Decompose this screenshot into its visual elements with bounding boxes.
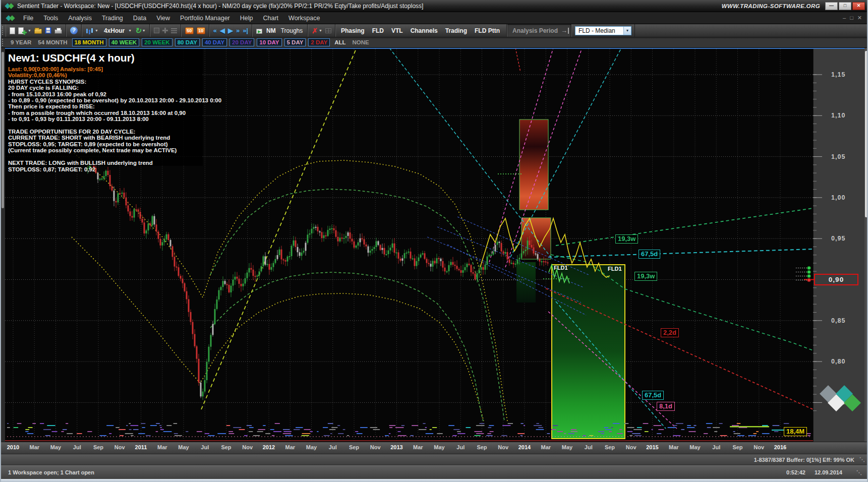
mdi-minimize-icon[interactable]: – <box>843 15 846 21</box>
timeframe-18-month[interactable]: 18 MONTH <box>72 38 106 46</box>
nav-prev-button[interactable]: ◀ <box>218 27 226 34</box>
menu-item-analysis[interactable]: Analysis <box>63 13 97 23</box>
date-tick-label: Sep <box>215 444 238 450</box>
fld-median-combobox[interactable]: FLD - Median ▼ <box>575 26 631 35</box>
menu-item-chart[interactable]: Chart <box>258 13 283 23</box>
close-button[interactable]: ✕ <box>852 2 865 10</box>
help-button[interactable]: ? <box>69 26 79 35</box>
menu-item-view[interactable]: View <box>151 13 175 23</box>
channels-dropdown[interactable]: Channels <box>408 26 442 35</box>
date-tick-label: May <box>556 444 578 450</box>
date-tick-label: Mar <box>663 444 685 450</box>
nm-label[interactable]: NM <box>264 27 278 34</box>
analysis-line: - from 15.10.2013 16:00 peak of 0,92 <box>8 91 220 97</box>
date-tick-label: Nov <box>492 444 514 450</box>
analysis-line: Last: 0,90[0:00:00] Analysis: [0:45] <box>8 66 220 72</box>
date-tick-label: Jul <box>449 444 472 450</box>
delete-analysis-button[interactable]: ✗▼ <box>310 26 324 35</box>
timeframe-none[interactable]: NONE <box>351 39 371 46</box>
maximize-button[interactable]: □ <box>839 2 851 10</box>
bar-chart-icon <box>86 29 88 33</box>
plus-icon <box>22 30 27 35</box>
cycle-label-19-3w: 19,3w <box>615 234 638 244</box>
toolbar-grip[interactable] <box>2 26 5 35</box>
chart-area: 1,151,101,051,000,950,850,800,75 New1: U… <box>1 48 867 442</box>
vtl-dropdown[interactable]: VTL <box>388 26 408 35</box>
open-button[interactable] <box>33 27 43 34</box>
help-group: ? <box>66 24 82 37</box>
print-button[interactable] <box>53 27 64 34</box>
date-tick-label: 2014 <box>513 444 536 450</box>
combo-dropdown-icon[interactable]: ▼ <box>623 27 631 35</box>
menu-item-tools[interactable]: Tools <box>38 13 63 23</box>
mdi-close-icon[interactable]: ✕ <box>857 15 862 21</box>
date-tick-label: Mar <box>279 444 301 450</box>
phasing-dropdown[interactable]: Phasing <box>338 26 369 35</box>
date-tick-label: Nov <box>748 444 770 450</box>
date-tick-label: Sep <box>87 444 109 450</box>
timeframe-9-year[interactable]: 9 YEAR <box>9 39 33 46</box>
menu-item-workspace[interactable]: Workspace <box>283 13 325 23</box>
fld-pttn-dropdown[interactable]: FLD Pttn <box>472 26 504 35</box>
nav-last-button[interactable]: »| <box>241 27 250 34</box>
window-bottom-edge <box>1 479 867 482</box>
app-window: Sentient Trader - Workspace: New - [USDC… <box>0 0 868 482</box>
menu-item-file[interactable]: File <box>18 13 38 23</box>
badge-10-icon: 10 <box>197 27 205 34</box>
menu-item-data[interactable]: Data <box>128 13 151 23</box>
chart-type-button[interactable]: ▼ <box>84 27 100 34</box>
nav-first-button[interactable]: « <box>212 27 218 34</box>
resize-grip-icon[interactable]: ⋱ <box>856 469 862 476</box>
left-scroll-strip[interactable] <box>1 48 5 442</box>
fld1-label-left: FLD1 <box>554 265 568 271</box>
timeframe-5-day[interactable]: 5 DAY <box>284 38 306 46</box>
resize-grip-icon[interactable]: ⋱ <box>859 456 865 463</box>
show-10-bars-button[interactable]: 10 <box>195 27 207 35</box>
chevron-down-icon: ▼ <box>142 29 146 32</box>
scrollbar-thumb[interactable] <box>865 51 868 217</box>
date-tick-label: Jul <box>577 444 600 450</box>
mdi-restore-icon[interactable]: □ <box>850 15 853 21</box>
nm-chart-button[interactable] <box>255 27 264 34</box>
fld-dropdown[interactable]: FLD <box>369 26 388 35</box>
analysis-line: Then price is expected to RISE: <box>8 103 220 109</box>
date-tick-label: May <box>428 444 450 450</box>
timeframe-20-week[interactable]: 20 WEEK <box>142 38 172 46</box>
price-tick-label: 1,10 <box>831 112 845 119</box>
timeframe-grip[interactable] <box>2 39 5 46</box>
date-tick-label: Sep <box>727 444 749 450</box>
date-tick-label: 2015 <box>642 444 664 450</box>
save-button[interactable] <box>43 27 53 34</box>
timeframe-10-day[interactable]: 10 DAY <box>257 38 281 46</box>
interval-value: 4xHour <box>101 27 127 34</box>
interval-dropdown[interactable]: 4xHour▼ <box>100 27 133 35</box>
menu-item-portfolio-manager[interactable]: Portfolio Manager <box>175 13 235 23</box>
cycle-label-67-5d: 67,5d <box>642 391 664 400</box>
menu-item-help[interactable]: Help <box>235 13 258 23</box>
menu-item-trading[interactable]: Trading <box>97 13 128 23</box>
fld1-label-right: FLD1 <box>608 266 622 272</box>
nav-play-button[interactable]: ▶ <box>226 27 235 34</box>
troughs-label[interactable]: Troughs <box>278 27 306 34</box>
new-analysis-button[interactable]: ▼ <box>17 27 33 35</box>
date-tick-label: Nov <box>108 444 131 450</box>
show-50-bars-button[interactable]: 50 <box>184 27 195 35</box>
analysis-period-label: Analysis Period <box>509 27 561 34</box>
timeframe-20-day[interactable]: 20 DAY <box>229 38 254 46</box>
timeframe-40-day[interactable]: 40 DAY <box>202 38 227 46</box>
new-chart-button[interactable] <box>8 27 17 35</box>
analysis-line <box>8 154 220 160</box>
timeframe-all[interactable]: ALL <box>332 39 348 46</box>
minimize-button[interactable]: — <box>825 2 838 10</box>
timeframe-40-week[interactable]: 40 WEEK <box>109 38 140 46</box>
nav-next-button[interactable]: » <box>235 27 241 34</box>
date-axis[interactable]: 2010MarMayJulSepNov2011MarMayJulSepNov20… <box>1 442 867 454</box>
timeframe-54-month[interactable]: 54 MONTH <box>36 39 69 46</box>
timeframe-80-day[interactable]: 80 DAY <box>175 38 200 46</box>
timeframe-2-day[interactable]: 2 DAY <box>308 38 330 46</box>
analysis-period-group: Analysis Period → <box>507 24 571 37</box>
refresh-button[interactable]: ↻▼ <box>133 27 147 35</box>
vertical-scrollbar[interactable] <box>864 48 868 442</box>
workspace-status: 1 Workspace open; 1 Chart open <box>8 469 94 475</box>
trading-dropdown[interactable]: Trading <box>442 26 472 35</box>
